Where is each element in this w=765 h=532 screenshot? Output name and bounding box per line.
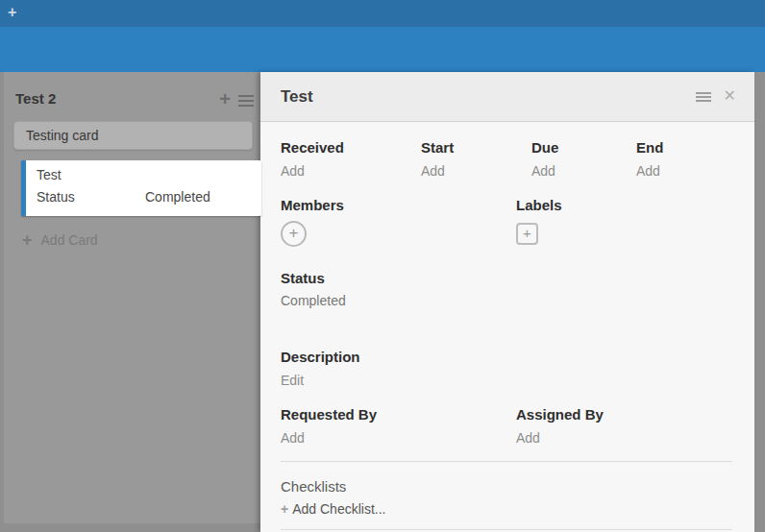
list-test-2: Test 2 + Testing card Test Status Comple… [4,72,260,523]
assigned-by-label: Assigned By [516,406,732,423]
list-menu-icon[interactable] [238,95,254,107]
minicard-field-value: Completed [145,190,210,205]
card-details-title[interactable]: Test [281,87,313,107]
members-section: Members + [281,197,516,247]
board-canvas: Test 2 + Testing card Test Status Comple… [0,72,765,532]
section-divider [281,529,732,530]
add-checklist-button[interactable]: +Add Checklist... [281,501,732,517]
minicard-test[interactable]: Test Status Completed [21,160,261,216]
date-field-end: End Add [636,139,663,180]
list-add-card-icon[interactable]: + [217,92,233,108]
members-label: Members [281,197,516,214]
start-add-button[interactable]: Add [421,163,445,179]
description-label: Description [281,349,732,366]
board-header-bar [0,27,765,72]
received-add-button[interactable]: Add [281,163,305,179]
section-divider [281,461,732,462]
add-checklist-label: Add Checklist... [292,501,385,517]
description-edit-button[interactable]: Edit [281,373,304,388]
status-section: Status Completed [281,270,732,308]
minicard-field-label: Status [37,190,145,205]
status-value[interactable]: Completed [281,293,732,308]
assigned-by-section: Assigned By Add [516,406,732,447]
labels-label: Labels [516,197,732,214]
app-window: + Test 2 + Testing card Test Status Comp… [0,0,765,532]
add-card-label: Add Card [41,232,98,248]
date-field-received: Received Add [281,139,421,180]
card-menu-icon[interactable] [696,92,711,104]
end-label: End [636,139,663,157]
assigned-by-add-button[interactable]: Add [516,430,540,446]
requested-by-label: Requested By [281,406,516,423]
add-card-button[interactable]: + Add Card [22,232,98,248]
list-title[interactable]: Test 2 [15,90,56,107]
minicard-custom-field: Status Completed [37,190,261,205]
description-section: Description Edit [281,349,732,389]
requested-by-add-button[interactable]: Add [281,430,305,446]
card-composer-input[interactable]: Testing card [13,121,253,150]
received-label: Received [281,139,421,157]
members-labels-row: Members + Labels + [281,197,732,247]
card-details-panel: Test ✕ Received Add Start Add Due [260,72,754,532]
requested-by-section: Requested By Add [281,406,516,447]
minicard-title: Test [37,168,261,182]
add-label-button[interactable]: + [516,223,538,245]
labels-section: Labels + [516,197,732,247]
requested-assigned-row: Requested By Add Assigned By Add [281,406,732,447]
top-navbar: + [0,0,765,27]
checklists-label: Checklists [281,478,732,496]
plus-icon: + [22,232,33,248]
end-add-button[interactable]: Add [636,163,660,179]
plus-icon: + [281,501,288,517]
card-details-body: Received Add Start Add Due Add End Add [260,139,754,530]
date-field-due: Due Add [531,139,636,180]
status-label: Status [281,270,732,287]
add-member-button[interactable]: + [281,221,307,247]
due-add-button[interactable]: Add [531,163,555,179]
date-field-start: Start Add [421,139,531,180]
card-details-header: Test ✕ [260,72,754,122]
start-label: Start [421,139,531,157]
date-fields-row: Received Add Start Add Due Add End Add [281,139,732,180]
close-icon[interactable]: ✕ [724,87,736,105]
add-board-icon[interactable]: + [8,4,16,21]
due-label: Due [531,139,636,157]
